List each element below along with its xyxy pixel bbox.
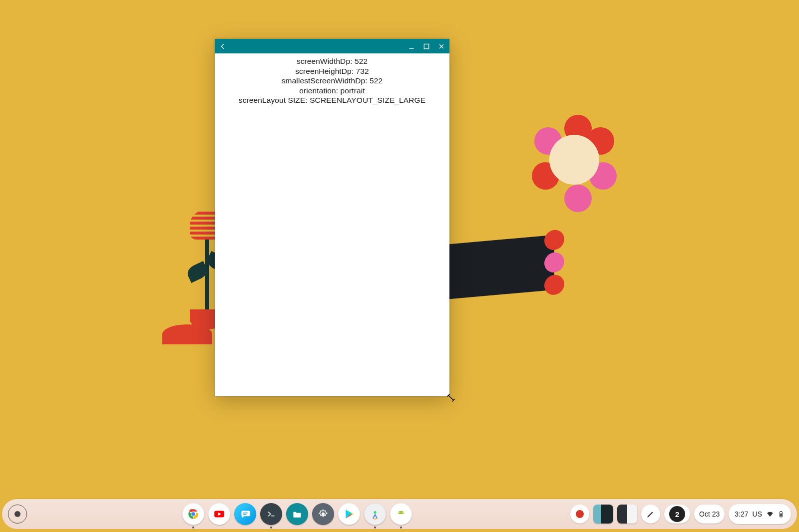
window-titlebar[interactable]	[215, 39, 449, 53]
app-messages-icon[interactable]	[234, 503, 256, 525]
minimize-button[interactable]	[406, 41, 416, 51]
svg-rect-10	[781, 511, 782, 512]
status-tray: 2 Oct 23 3:27 US	[570, 504, 791, 524]
status-icons	[766, 510, 785, 518]
back-button[interactable]	[218, 41, 228, 51]
android-app-window: screenWidthDp: 522 screenHeightDp: 732 s…	[215, 39, 449, 396]
app-files-icon[interactable]	[286, 503, 308, 525]
app-settings-icon[interactable]	[312, 503, 334, 525]
svg-rect-11	[780, 514, 782, 517]
battery-icon	[777, 510, 785, 518]
close-button[interactable]	[436, 41, 446, 51]
clock-label: 3:27	[735, 510, 748, 518]
wallpaper-arm	[449, 235, 554, 299]
app-android-studio-icon[interactable]	[364, 503, 386, 525]
running-task-thumbnail[interactable]	[617, 505, 637, 524]
app-youtube-icon[interactable]	[208, 503, 230, 525]
config-screenheightdp: screenHeightDp: 732	[217, 66, 447, 76]
maximize-button[interactable]	[421, 41, 431, 51]
app-android-generic-icon[interactable]	[390, 503, 412, 525]
wifi-icon	[766, 510, 774, 518]
svg-rect-0	[424, 44, 428, 48]
config-smallestscreenwidth: smallestScreenWidthDp: 522	[217, 76, 447, 86]
quick-settings-pill[interactable]: 3:27 US	[729, 504, 791, 524]
notification-counter[interactable]: 2	[664, 505, 690, 524]
config-screenwidthdp: screenWidthDp: 522	[217, 56, 447, 66]
app-chrome-icon[interactable]	[182, 503, 204, 525]
config-orientation: orientation: portrait	[217, 86, 447, 96]
wallpaper-flower-right	[529, 115, 619, 205]
ime-label: US	[753, 510, 762, 518]
date-label: Oct 23	[699, 510, 720, 518]
running-task-thumbnail[interactable]	[593, 505, 613, 524]
launcher-button[interactable]	[8, 505, 27, 524]
notification-count-badge: 2	[669, 506, 685, 522]
screen-record-button[interactable]	[570, 505, 589, 524]
svg-point-6	[374, 511, 376, 514]
svg-point-7	[400, 512, 400, 513]
app-terminal-icon[interactable]	[260, 503, 282, 525]
calendar-date-pill[interactable]: Oct 23	[694, 505, 725, 524]
svg-point-8	[402, 512, 403, 513]
config-screenlayout: screenLayout SIZE: SCREENLAYOUT_SIZE_LAR…	[217, 95, 447, 105]
stylus-tools-button[interactable]	[641, 505, 660, 524]
app-play-store-icon[interactable]	[338, 503, 360, 525]
chromeos-shelf: 2 Oct 23 3:27 US	[2, 499, 797, 529]
window-content: screenWidthDp: 522 screenHeightDp: 732 s…	[215, 53, 449, 396]
